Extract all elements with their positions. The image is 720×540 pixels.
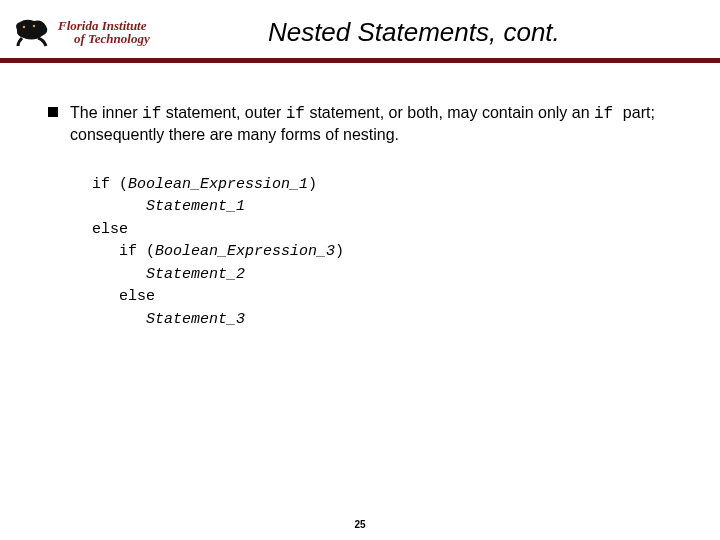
logo-text: Florida Institute of Technology: [58, 19, 150, 45]
code-l4a: if (: [119, 243, 155, 260]
code-l1c: ): [308, 176, 317, 193]
code-l1a: if (: [92, 176, 128, 193]
bullet-code-3: if: [594, 105, 623, 123]
panther-icon: [12, 16, 52, 48]
bullet-code-1: if: [142, 105, 161, 123]
svg-point-2: [33, 25, 35, 27]
code-l2: Statement_1: [146, 198, 245, 215]
slide-title: Nested Statements, cont.: [150, 17, 708, 48]
bullet-seg-3: statement, or both, may contain only an: [305, 104, 594, 121]
code-l5: Statement_2: [146, 266, 245, 283]
logo-line-2: of Technology: [58, 32, 150, 45]
bullet-seg-1: The inner: [70, 104, 142, 121]
svg-point-1: [23, 26, 25, 28]
code-l1b: Boolean_Expression_1: [128, 176, 308, 193]
institution-logo: Florida Institute of Technology: [12, 16, 150, 48]
code-l4b: Boolean_Expression_3: [155, 243, 335, 260]
bullet-seg-2: statement, outer: [161, 104, 286, 121]
code-l6: else: [119, 288, 155, 305]
square-bullet-icon: [48, 107, 58, 117]
bullet-text: The inner if statement, outer if stateme…: [70, 103, 684, 146]
header: Florida Institute of Technology Nested S…: [0, 0, 720, 58]
code-l4c: ): [335, 243, 344, 260]
code-block: if (Boolean_Expression_1) Statement_1 el…: [92, 174, 684, 332]
code-l3: else: [92, 221, 128, 238]
bullet-code-2: if: [286, 105, 305, 123]
bullet-item: The inner if statement, outer if stateme…: [48, 103, 684, 146]
content: The inner if statement, outer if stateme…: [0, 63, 720, 331]
code-l7: Statement_3: [146, 311, 245, 328]
page-number: 25: [0, 519, 720, 530]
